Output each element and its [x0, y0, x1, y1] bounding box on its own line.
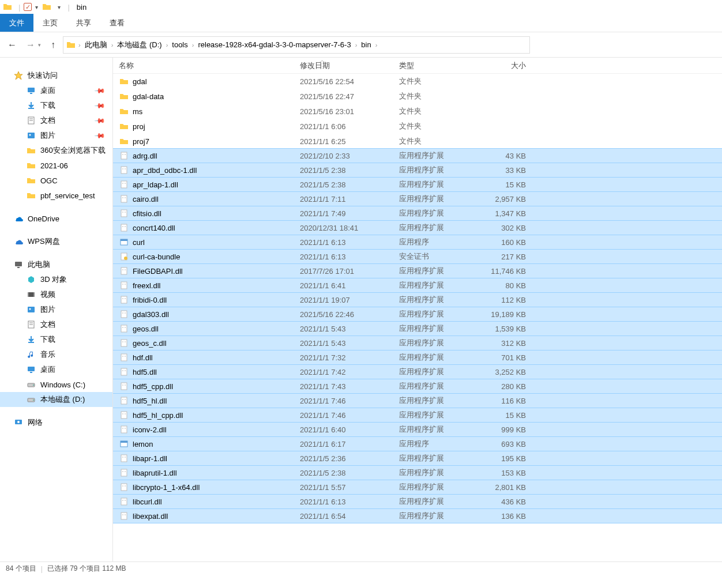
sidebar-network[interactable]: 网络: [0, 415, 112, 430]
file-size: 999 KB: [479, 425, 532, 434]
sidebar-item[interactable]: pbf_service_test: [0, 188, 112, 203]
breadcrumb-item[interactable]: 此电脑: [82, 40, 110, 49]
sidebar-item[interactable]: 3D 对象: [0, 272, 112, 287]
file-row[interactable]: apr_ldap-1.dll2021/1/5 2:38应用程序扩展15 KB: [113, 177, 722, 192]
file-row[interactable]: adrg.dll2021/2/10 2:33应用程序扩展43 KB: [113, 148, 722, 163]
file-row[interactable]: geos.dll2021/1/1 5:43应用程序扩展1,539 KB: [113, 321, 722, 336]
file-row[interactable]: hdf5_hl.dll2021/1/1 7:46应用程序扩展116 KB: [113, 393, 722, 408]
file-name: hdf5_cpp.dll: [133, 382, 173, 391]
sidebar-item[interactable]: 文档📌: [0, 113, 112, 128]
breadcrumb-item[interactable]: 本地磁盘 (D:): [114, 40, 164, 49]
file-row[interactable]: libaprutil-1.dll2021/1/5 2:38应用程序扩展153 K…: [113, 465, 722, 480]
file-name: iconv-2.dll: [133, 425, 167, 434]
svg-rect-88: [121, 469, 127, 476]
sidebar-item[interactable]: 音乐: [0, 347, 112, 362]
sidebar-item[interactable]: 桌面: [0, 362, 112, 377]
tab-home[interactable]: 主页: [33, 14, 67, 32]
file-row[interactable]: iconv-2.dll2021/1/1 6:40应用程序扩展999 KB: [113, 422, 722, 437]
file-row[interactable]: libcrypto-1_1-x64.dll2021/1/1 5:57应用程序扩展…: [113, 480, 722, 495]
tab-share[interactable]: 共享: [67, 14, 100, 32]
folder-icon: [25, 190, 37, 201]
file-row[interactable]: libapr-1.dll2021/1/5 2:36应用程序扩展195 KB: [113, 451, 722, 466]
file-row[interactable]: hdf5.dll2021/1/1 7:42应用程序扩展3,252 KB: [113, 364, 722, 379]
svg-point-29: [122, 168, 123, 169]
sidebar-item[interactable]: 2021-06: [0, 158, 112, 173]
sidebar-onedrive[interactable]: OneDrive: [0, 211, 112, 226]
svg-point-72: [122, 385, 123, 386]
sidebar-item[interactable]: 本地磁盘 (D:): [0, 392, 112, 407]
qat-properties-icon[interactable]: ✓: [24, 3, 32, 11]
file-row[interactable]: apr_dbd_odbc-1.dll2021/1/5 2:38应用程序扩展33 …: [113, 163, 722, 178]
sidebar-item[interactable]: OGC: [0, 173, 112, 188]
chevron-right-icon[interactable]: ›: [374, 42, 379, 48]
file-row[interactable]: hdf5_hl_cpp.dll2021/1/1 7:46应用程序扩展15 KB: [113, 408, 722, 423]
svg-rect-17: [28, 367, 35, 371]
network-icon: [13, 417, 24, 428]
file-row[interactable]: hdf.dll2021/1/1 7:32应用程序扩展701 KB: [113, 350, 722, 365]
file-row[interactable]: gdal303.dll2021/5/16 22:46应用程序扩展19,189 K…: [113, 307, 722, 322]
svg-point-26: [122, 154, 123, 155]
breadcrumb-item[interactable]: bin: [358, 40, 374, 49]
file-row[interactable]: concrt140.dll2020/12/31 18:41应用程序扩展302 K…: [113, 220, 722, 235]
sidebar-item[interactable]: 360安全浏览器下载: [0, 143, 112, 158]
file-row[interactable]: curl2021/1/1 6:13应用程序160 KB: [113, 235, 722, 250]
file-row[interactable]: FileGDBAPI.dll2017/7/26 17:01应用程序扩展11,74…: [113, 263, 722, 278]
tab-file[interactable]: 文件: [0, 14, 33, 32]
up-button[interactable]: ↑: [44, 36, 62, 54]
forward-button[interactable]: →: [22, 36, 39, 54]
pin-icon: 📌: [94, 130, 106, 142]
file-row[interactable]: gdal2021/5/16 22:54文件夹: [113, 74, 722, 89]
svg-point-81: [122, 428, 123, 429]
file-row[interactable]: cfitsio.dll2021/1/1 7:49应用程序扩展1,347 KB: [113, 206, 722, 221]
breadcrumb-item[interactable]: tools: [169, 40, 190, 49]
tab-view[interactable]: 查看: [100, 14, 134, 32]
svg-point-51: [122, 284, 123, 285]
sidebar-item[interactable]: 桌面📌: [0, 83, 112, 98]
file-row[interactable]: hdf5_cpp.dll2021/1/1 7:43应用程序扩展280 KB: [113, 379, 722, 394]
breadcrumb-item[interactable]: release-1928-x64-gdal-3-3-0-mapserver-7-…: [195, 40, 354, 49]
sidebar-item[interactable]: 下载: [0, 332, 112, 347]
sidebar-this-pc[interactable]: 此电脑: [0, 257, 112, 272]
file-row[interactable]: ms2021/5/16 23:01文件夹: [113, 104, 722, 119]
file-row[interactable]: lemon2021/1/1 6:17应用程序693 KB: [113, 436, 722, 451]
file-name: hdf5.dll: [133, 368, 157, 376]
column-headers: 名称 修改日期 类型 大小: [113, 58, 722, 74]
address-bar[interactable]: › 此电脑›本地磁盘 (D:)›tools›release-1928-x64-g…: [63, 36, 530, 54]
sidebar-item[interactable]: 文档: [0, 317, 112, 332]
chevron-right-icon[interactable]: ›: [77, 42, 82, 48]
dll-icon: [119, 309, 129, 319]
file-row[interactable]: proj72021/1/1 6:25文件夹: [113, 134, 722, 149]
sidebar-wps[interactable]: WPS网盘: [0, 234, 112, 249]
column-size[interactable]: 大小: [479, 61, 532, 71]
file-row[interactable]: curl-ca-bundle2021/1/1 6:13安全证书217 KB: [113, 249, 722, 264]
window-title: bin: [77, 3, 87, 12]
sidebar-item[interactable]: Windows (C:): [0, 377, 112, 392]
column-name[interactable]: 名称: [113, 61, 294, 71]
back-button[interactable]: ←: [3, 36, 21, 54]
file-row[interactable]: gdal-data2021/5/16 22:47文件夹: [113, 89, 722, 104]
file-row[interactable]: libexpat.dll2021/1/1 6:54应用程序扩展136 KB: [113, 508, 722, 523]
file-row[interactable]: proj2021/1/1 6:06文件夹: [113, 119, 722, 134]
file-row[interactable]: geos_c.dll2021/1/1 5:43应用程序扩展312 KB: [113, 336, 722, 350]
file-row[interactable]: libcurl.dll2021/1/1 6:13应用程序扩展436 KB: [113, 494, 722, 509]
sidebar-quick-access[interactable]: 快速访问: [0, 68, 112, 83]
qat-dropdown-icon[interactable]: ▾: [35, 4, 38, 10]
file-row[interactable]: freexl.dll2021/1/1 6:41应用程序扩展80 KB: [113, 278, 722, 293]
file-size: 15 KB: [479, 180, 532, 189]
file-date: 2021/1/1 6:17: [294, 440, 393, 448]
file-name: libapr-1.dll: [133, 454, 167, 463]
sidebar-item[interactable]: 图片📌: [0, 128, 112, 143]
file-name: proj7: [133, 137, 149, 146]
file-date: 2021/1/1 6:41: [294, 281, 393, 290]
column-date[interactable]: 修改日期: [294, 61, 393, 71]
column-type[interactable]: 类型: [393, 61, 479, 71]
file-row[interactable]: cairo.dll2021/1/1 7:11应用程序扩展2,957 KB: [113, 191, 722, 206]
history-dropdown[interactable]: ▾: [38, 42, 41, 48]
file-row[interactable]: fribidi-0.dll2021/1/1 19:07应用程序扩展112 KB: [113, 292, 722, 307]
file-type: 应用程序扩展: [393, 266, 479, 276]
dll-icon: [119, 468, 129, 478]
sidebar-item[interactable]: 视频: [0, 287, 112, 302]
sidebar-item[interactable]: 图片: [0, 302, 112, 317]
sidebar-item[interactable]: 下载📌: [0, 98, 112, 113]
file-type: 应用程序扩展: [393, 295, 479, 305]
